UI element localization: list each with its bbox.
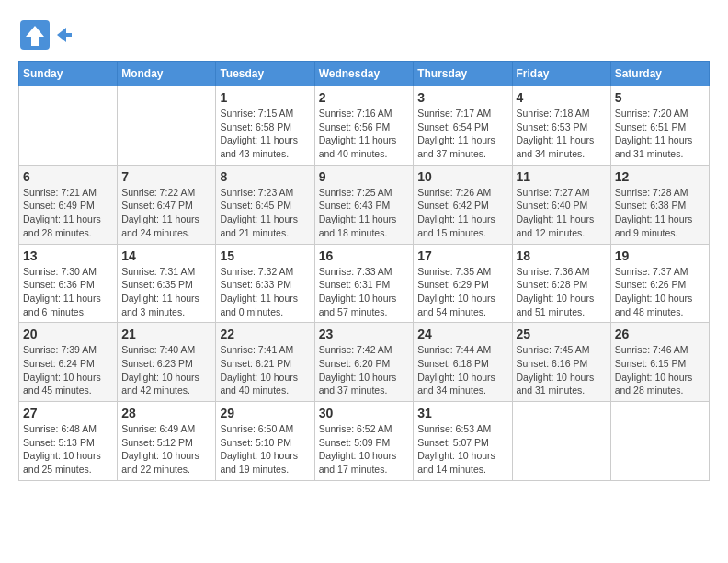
calendar-cell: 20Sunrise: 7:39 AM Sunset: 6:24 PM Dayli… — [19, 323, 118, 402]
day-number: 21 — [121, 327, 211, 341]
calendar-cell: 8Sunrise: 7:23 AM Sunset: 6:45 PM Daylig… — [216, 165, 314, 244]
calendar-cell: 22Sunrise: 7:41 AM Sunset: 6:21 PM Dayli… — [216, 323, 314, 402]
weekday-header-sunday: Sunday — [19, 62, 118, 86]
calendar-week-row: 20Sunrise: 7:39 AM Sunset: 6:24 PM Dayli… — [19, 323, 710, 402]
calendar-cell: 13Sunrise: 7:30 AM Sunset: 6:36 PM Dayli… — [19, 244, 118, 323]
calendar-week-row: 6Sunrise: 7:21 AM Sunset: 6:49 PM Daylig… — [19, 165, 710, 244]
calendar-cell: 7Sunrise: 7:22 AM Sunset: 6:47 PM Daylig… — [118, 165, 216, 244]
day-number: 22 — [220, 327, 310, 341]
day-number: 30 — [319, 406, 410, 420]
calendar-cell: 12Sunrise: 7:28 AM Sunset: 6:38 PM Dayli… — [610, 165, 709, 244]
day-number: 27 — [23, 406, 113, 420]
day-info: Sunrise: 7:35 AM Sunset: 6:29 PM Dayligh… — [417, 265, 507, 319]
day-number: 4 — [517, 90, 607, 105]
day-info: Sunrise: 6:53 AM Sunset: 5:07 PM Dayligh… — [417, 422, 507, 477]
day-info: Sunrise: 7:44 AM Sunset: 6:18 PM Dayligh… — [417, 343, 507, 397]
calendar-cell: 23Sunrise: 7:42 AM Sunset: 6:20 PM Dayli… — [314, 323, 414, 402]
calendar-cell: 30Sunrise: 6:52 AM Sunset: 5:09 PM Dayli… — [314, 402, 414, 481]
day-number: 18 — [517, 248, 607, 263]
logo-arrow-icon — [57, 28, 72, 42]
day-info: Sunrise: 7:37 AM Sunset: 6:26 PM Dayligh… — [615, 265, 705, 319]
day-number: 12 — [615, 169, 705, 184]
calendar-week-row: 27Sunrise: 6:48 AM Sunset: 5:13 PM Dayli… — [19, 402, 710, 481]
day-number: 26 — [615, 327, 705, 341]
logo — [18, 18, 72, 52]
day-number: 31 — [417, 406, 507, 420]
calendar-header: SundayMondayTuesdayWednesdayThursdayFrid… — [19, 62, 710, 86]
day-number: 8 — [220, 169, 310, 184]
day-number: 6 — [23, 169, 113, 184]
day-number: 23 — [319, 327, 410, 341]
day-number: 17 — [417, 248, 507, 263]
day-info: Sunrise: 7:25 AM Sunset: 6:43 PM Dayligh… — [319, 186, 410, 240]
calendar-cell: 25Sunrise: 7:45 AM Sunset: 6:16 PM Dayli… — [512, 323, 610, 402]
day-info: Sunrise: 7:26 AM Sunset: 6:42 PM Dayligh… — [417, 186, 507, 240]
day-info: Sunrise: 7:45 AM Sunset: 6:16 PM Dayligh… — [517, 343, 607, 397]
calendar-cell: 17Sunrise: 7:35 AM Sunset: 6:29 PM Dayli… — [414, 244, 512, 323]
day-number: 5 — [615, 90, 705, 105]
day-number: 15 — [220, 248, 310, 263]
day-info: Sunrise: 6:49 AM Sunset: 5:12 PM Dayligh… — [121, 422, 211, 477]
day-info: Sunrise: 7:42 AM Sunset: 6:20 PM Dayligh… — [319, 343, 410, 397]
day-number: 1 — [220, 90, 310, 105]
day-info: Sunrise: 7:32 AM Sunset: 6:33 PM Dayligh… — [220, 265, 310, 319]
day-number: 28 — [121, 406, 211, 420]
calendar-cell: 27Sunrise: 6:48 AM Sunset: 5:13 PM Dayli… — [19, 402, 118, 481]
day-info: Sunrise: 6:48 AM Sunset: 5:13 PM Dayligh… — [23, 422, 113, 477]
calendar-cell: 29Sunrise: 6:50 AM Sunset: 5:10 PM Dayli… — [216, 402, 314, 481]
day-info: Sunrise: 7:40 AM Sunset: 6:23 PM Dayligh… — [121, 343, 211, 397]
day-number: 13 — [23, 248, 113, 263]
day-number: 29 — [220, 406, 310, 420]
day-info: Sunrise: 7:46 AM Sunset: 6:15 PM Dayligh… — [615, 343, 705, 397]
calendar-week-row: 1Sunrise: 7:15 AM Sunset: 6:58 PM Daylig… — [19, 86, 710, 166]
calendar-cell: 15Sunrise: 7:32 AM Sunset: 6:33 PM Dayli… — [216, 244, 314, 323]
day-info: Sunrise: 7:27 AM Sunset: 6:40 PM Dayligh… — [517, 186, 607, 240]
calendar-week-row: 13Sunrise: 7:30 AM Sunset: 6:36 PM Dayli… — [19, 244, 710, 323]
calendar-cell: 28Sunrise: 6:49 AM Sunset: 5:12 PM Dayli… — [118, 402, 216, 481]
day-number: 7 — [121, 169, 211, 184]
weekday-header-tuesday: Tuesday — [216, 62, 314, 86]
day-info: Sunrise: 7:31 AM Sunset: 6:35 PM Dayligh… — [121, 265, 211, 319]
day-number: 11 — [517, 169, 607, 184]
day-info: Sunrise: 6:52 AM Sunset: 5:09 PM Dayligh… — [319, 422, 410, 477]
calendar-cell: 9Sunrise: 7:25 AM Sunset: 6:43 PM Daylig… — [314, 165, 414, 244]
day-number: 20 — [23, 327, 113, 341]
calendar-cell: 14Sunrise: 7:31 AM Sunset: 6:35 PM Dayli… — [118, 244, 216, 323]
day-info: Sunrise: 7:22 AM Sunset: 6:47 PM Dayligh… — [121, 186, 211, 240]
day-info: Sunrise: 7:30 AM Sunset: 6:36 PM Dayligh… — [23, 265, 113, 319]
calendar-body: 1Sunrise: 7:15 AM Sunset: 6:58 PM Daylig… — [19, 86, 710, 481]
calendar-table: SundayMondayTuesdayWednesdayThursdayFrid… — [18, 61, 710, 481]
day-info: Sunrise: 7:33 AM Sunset: 6:31 PM Dayligh… — [319, 265, 410, 319]
svg-marker-2 — [57, 28, 72, 42]
calendar-cell — [512, 402, 610, 481]
weekday-header-row: SundayMondayTuesdayWednesdayThursdayFrid… — [19, 62, 710, 86]
calendar-cell: 24Sunrise: 7:44 AM Sunset: 6:18 PM Dayli… — [414, 323, 512, 402]
day-number: 25 — [517, 327, 607, 341]
day-number: 16 — [319, 248, 410, 263]
calendar-cell: 21Sunrise: 7:40 AM Sunset: 6:23 PM Dayli… — [118, 323, 216, 402]
day-info: Sunrise: 7:21 AM Sunset: 6:49 PM Dayligh… — [23, 186, 113, 240]
weekday-header-saturday: Saturday — [610, 62, 709, 86]
weekday-header-thursday: Thursday — [414, 62, 512, 86]
day-number: 24 — [417, 327, 507, 341]
day-number: 14 — [121, 248, 211, 263]
day-info: Sunrise: 7:17 AM Sunset: 6:54 PM Dayligh… — [417, 107, 507, 161]
day-info: Sunrise: 7:16 AM Sunset: 6:56 PM Dayligh… — [319, 107, 410, 161]
day-number: 10 — [417, 169, 507, 184]
calendar-cell: 26Sunrise: 7:46 AM Sunset: 6:15 PM Dayli… — [610, 323, 709, 402]
day-number: 19 — [615, 248, 705, 263]
calendar-cell — [118, 86, 216, 166]
weekday-header-wednesday: Wednesday — [314, 62, 414, 86]
weekday-header-monday: Monday — [118, 62, 216, 86]
day-info: Sunrise: 7:41 AM Sunset: 6:21 PM Dayligh… — [220, 343, 310, 397]
calendar-cell: 1Sunrise: 7:15 AM Sunset: 6:58 PM Daylig… — [216, 86, 314, 166]
calendar-cell: 2Sunrise: 7:16 AM Sunset: 6:56 PM Daylig… — [314, 86, 414, 166]
calendar-cell: 4Sunrise: 7:18 AM Sunset: 6:53 PM Daylig… — [512, 86, 610, 166]
calendar-cell: 31Sunrise: 6:53 AM Sunset: 5:07 PM Dayli… — [414, 402, 512, 481]
calendar-cell: 18Sunrise: 7:36 AM Sunset: 6:28 PM Dayli… — [512, 244, 610, 323]
calendar-cell: 11Sunrise: 7:27 AM Sunset: 6:40 PM Dayli… — [512, 165, 610, 244]
day-info: Sunrise: 7:18 AM Sunset: 6:53 PM Dayligh… — [517, 107, 607, 161]
day-number: 9 — [319, 169, 410, 184]
calendar-cell: 10Sunrise: 7:26 AM Sunset: 6:42 PM Dayli… — [414, 165, 512, 244]
logo-icon — [18, 18, 51, 52]
